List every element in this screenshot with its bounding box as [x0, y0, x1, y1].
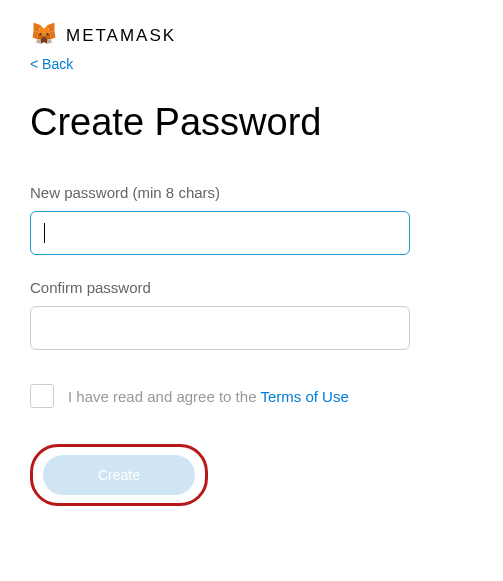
confirm-password-label: Confirm password	[30, 279, 473, 296]
svg-marker-10	[47, 39, 52, 43]
page-title: Create Password	[30, 101, 473, 144]
app-header: METAMASK	[30, 20, 473, 52]
create-button[interactable]: Create	[43, 455, 195, 495]
terms-text: I have read and agree to the Terms of Us…	[68, 388, 349, 405]
svg-marker-9	[36, 39, 41, 43]
brand-name: METAMASK	[66, 26, 176, 46]
terms-of-use-link[interactable]: Terms of Use	[260, 388, 348, 405]
create-button-highlight: Create	[30, 444, 208, 506]
confirm-password-group: Confirm password	[30, 279, 473, 350]
terms-checkbox[interactable]	[30, 384, 54, 408]
back-link[interactable]: < Back	[30, 56, 73, 72]
new-password-label: New password (min 8 chars)	[30, 184, 473, 201]
new-password-input[interactable]	[30, 211, 410, 255]
svg-point-13	[46, 33, 48, 35]
terms-row: I have read and agree to the Terms of Us…	[30, 384, 473, 408]
new-password-group: New password (min 8 chars)	[30, 184, 473, 255]
text-cursor-icon	[44, 223, 45, 243]
fox-icon	[30, 20, 58, 52]
svg-point-12	[39, 33, 41, 35]
terms-prefix: I have read and agree to the	[68, 388, 260, 405]
confirm-password-input[interactable]	[30, 306, 410, 350]
